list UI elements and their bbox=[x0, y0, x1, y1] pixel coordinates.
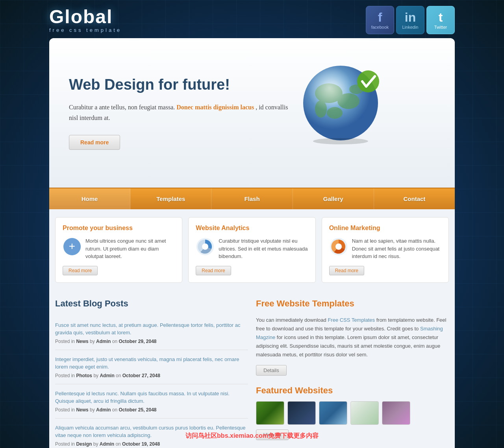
blog-post-2-meta: Posted in Photos by Admin on October 27,… bbox=[55, 373, 248, 378]
bottom-section: Latest Blog Posts Fusce sit amet nunc le… bbox=[49, 291, 455, 448]
col2-icon bbox=[196, 237, 215, 256]
thumb-2[interactable] bbox=[287, 401, 316, 425]
hero-link[interactable]: Donec mattis dignissim lacus bbox=[176, 104, 254, 111]
feature-col-1: Promote your business + Morbi ultrices c… bbox=[55, 217, 182, 283]
nav-templates[interactable]: Templates bbox=[130, 188, 211, 209]
date4: October 19, 2048 bbox=[122, 441, 160, 447]
blog-post-1: Fusce sit amet nunc lectus, at pretium a… bbox=[55, 316, 248, 350]
nav-gallery[interactable]: Gallery bbox=[293, 188, 374, 209]
details-button[interactable]: Details bbox=[256, 365, 287, 376]
thumb-4[interactable] bbox=[350, 401, 379, 425]
facebook-label: facebook bbox=[371, 25, 389, 29]
cat4: Design bbox=[76, 441, 92, 447]
right-column: Free Website Templates You can immediate… bbox=[256, 299, 449, 448]
blog-post-3-meta: Posted in News by Admin on October 25, 2… bbox=[55, 407, 248, 413]
featured-title: Featured Websites bbox=[256, 385, 449, 396]
thumb-5[interactable] bbox=[382, 401, 410, 425]
globe-svg bbox=[297, 58, 384, 144]
hero-section: Web Design for future! Curabitur a ante … bbox=[49, 38, 455, 188]
col3-text: Nam at leo sapien, vitae mattis nulla. D… bbox=[352, 237, 441, 260]
thumb-1[interactable] bbox=[256, 401, 284, 425]
blog-post-3: Pellentesque id lectus nunc. Nullam quis… bbox=[55, 384, 248, 419]
col2-title: Website Analytics bbox=[196, 225, 308, 232]
logo-area: Global free css template bbox=[49, 7, 122, 33]
facebook-icon: f bbox=[378, 11, 382, 24]
ft-desc3: for icons used in this template. Lorem i… bbox=[256, 334, 440, 358]
nav-flash[interactable]: Flash bbox=[211, 188, 293, 209]
blog-post-2-link[interactable]: Integer imperdiet, justo ut venenatis ve… bbox=[55, 356, 248, 371]
col2-text: Curabitur tristique vulputate nisl eu ul… bbox=[219, 237, 308, 260]
hero-desc-before: Curabitur a ante tellus, non feugiat mas… bbox=[69, 104, 175, 111]
twitter-icon: t bbox=[439, 11, 443, 24]
hero-desc: Curabitur a ante tellus, non feugiat mas… bbox=[69, 102, 297, 123]
date1: October 29, 2048 bbox=[119, 339, 156, 344]
svg-point-9 bbox=[313, 138, 368, 144]
col1-title: Promote your business bbox=[63, 225, 175, 232]
svg-point-15 bbox=[335, 243, 342, 250]
col3-title: Online Marketing bbox=[329, 225, 441, 232]
twitter-label: Twitter bbox=[434, 25, 447, 29]
col3-content: Nam at leo sapien, vitae mattis nulla. D… bbox=[329, 237, 441, 260]
cat3: News bbox=[76, 407, 88, 413]
blog-post-4-meta: Posted in Design by Admin on October 19,… bbox=[55, 441, 248, 447]
linkedin-icon: in bbox=[405, 11, 416, 24]
col3-read-more[interactable]: Read more bbox=[329, 266, 364, 275]
col1-icon: + bbox=[63, 237, 82, 256]
header: Global free css template f facebook in L… bbox=[49, 0, 455, 38]
svg-point-13 bbox=[202, 243, 208, 250]
feature-col-3: Online Marketing Nam at leo sapien, vita… bbox=[322, 217, 449, 283]
blog-post-1-link[interactable]: Fusce sit amet nunc lectus, at pretium a… bbox=[55, 321, 248, 337]
navigation: Home Templates Flash Gallery Contact bbox=[49, 188, 455, 209]
author3: Admin bbox=[96, 407, 111, 413]
feature-columns: Promote your business + Morbi ultrices c… bbox=[49, 209, 455, 291]
free-templates-title: Free Website Templates bbox=[256, 299, 449, 309]
blog-post-1-meta: Posted in News by Admin on October 29, 2… bbox=[55, 339, 248, 344]
blog-title: Latest Blog Posts bbox=[55, 299, 248, 309]
hero-title: Web Design for future! bbox=[69, 76, 297, 94]
cat1: News bbox=[76, 339, 88, 344]
feature-col-2: Website Analytics Curabitur tristique vu… bbox=[188, 217, 315, 283]
date2: October 27, 2048 bbox=[122, 373, 160, 378]
free-css-link[interactable]: Free CSS Templates bbox=[328, 317, 375, 323]
logo-title: Global bbox=[49, 7, 122, 26]
linkedin-label: Linkedin bbox=[402, 25, 419, 29]
blog-post-2: Integer imperdiet, justo ut venenatis ve… bbox=[55, 350, 248, 384]
svg-point-8 bbox=[357, 70, 379, 92]
main-box: Web Design for future! Curabitur a ante … bbox=[49, 38, 455, 448]
author4: Admin bbox=[100, 441, 114, 447]
logo-subtitle: free css template bbox=[49, 27, 122, 33]
linkedin-button[interactable]: in Linkedin bbox=[396, 6, 424, 34]
thumb-3[interactable] bbox=[319, 401, 347, 425]
nav-home[interactable]: Home bbox=[49, 188, 130, 209]
hero-read-more-button[interactable]: Read more bbox=[69, 135, 120, 150]
col2-read-more[interactable]: Read more bbox=[196, 266, 231, 275]
blog-section: Latest Blog Posts Fusce sit amet nunc le… bbox=[55, 299, 248, 448]
author1: Admin bbox=[96, 339, 111, 344]
cat2: Photos bbox=[76, 373, 92, 378]
author2: Admin bbox=[100, 373, 114, 378]
col3-icon bbox=[329, 237, 348, 256]
col1-read-more[interactable]: Read more bbox=[63, 266, 98, 275]
col2-content: Curabitur tristique vulputate nisl eu ul… bbox=[196, 237, 308, 260]
hero-text: Web Design for future! Curabitur a ante … bbox=[69, 76, 297, 150]
hero-globe bbox=[297, 58, 408, 168]
featured-thumbnails bbox=[256, 401, 449, 425]
col1-text: Morbi ultrices congue nunc sit amet rutr… bbox=[85, 237, 175, 260]
twitter-button[interactable]: t Twitter bbox=[426, 6, 455, 34]
svg-text:+: + bbox=[69, 240, 75, 252]
nav-contact[interactable]: Contact bbox=[374, 188, 455, 209]
watermark: 访问鸟社区bbs.xiemiao.com免费下载更多内容 bbox=[185, 432, 319, 440]
col1-content: + Morbi ultrices congue nunc sit amet ru… bbox=[63, 237, 175, 260]
social-icons: f facebook in Linkedin t Twitter bbox=[366, 6, 455, 34]
facebook-button[interactable]: f facebook bbox=[366, 6, 394, 34]
ft-desc1: You can immediately download bbox=[256, 317, 326, 323]
date3: October 25, 2048 bbox=[119, 407, 156, 413]
free-templates-desc: You can immediately download Free CSS Te… bbox=[256, 316, 449, 359]
blog-post-3-link[interactable]: Pellentesque id lectus nunc. Nullam quis… bbox=[55, 390, 248, 405]
